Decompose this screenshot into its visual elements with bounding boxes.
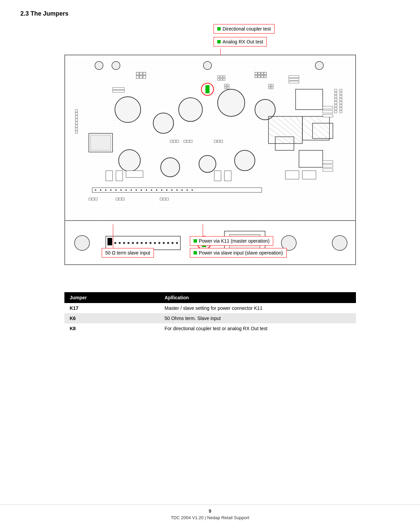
table-row: K8 For directional coupler test or analo… — [64, 323, 356, 334]
tooltip-line-2 — [113, 224, 114, 248]
svg-point-102 — [136, 189, 137, 191]
svg-rect-41 — [255, 72, 257, 75]
svg-rect-44 — [264, 72, 266, 75]
tooltip-dot-1 — [217, 27, 221, 31]
svg-point-109 — [171, 189, 173, 191]
svg-rect-64 — [335, 101, 337, 104]
svg-rect-128 — [271, 87, 273, 89]
tooltip-dot-3 — [194, 239, 197, 243]
tooltip-50-ohm: 50 Ω term slave input — [102, 248, 154, 258]
svg-point-113 — [192, 189, 193, 191]
svg-rect-55 — [113, 88, 124, 90]
svg-rect-141 — [119, 198, 121, 200]
svg-rect-85 — [173, 140, 176, 143]
svg-point-103 — [141, 189, 142, 191]
svg-point-155 — [123, 242, 125, 244]
svg-rect-73 — [340, 105, 342, 107]
svg-point-111 — [181, 189, 183, 191]
app-k8: For directional coupler test or analog R… — [159, 323, 356, 334]
svg-point-2 — [153, 113, 174, 133]
svg-point-163 — [158, 242, 160, 244]
svg-rect-172 — [107, 238, 112, 245]
svg-point-159 — [141, 242, 143, 244]
svg-point-10 — [95, 61, 103, 70]
tooltip-line-1 — [220, 49, 221, 55]
svg-rect-46 — [258, 75, 260, 78]
svg-point-105 — [151, 189, 152, 191]
table-header-row: Jumper Apllication — [64, 292, 356, 303]
svg-rect-116 — [126, 171, 143, 177]
svg-rect-19 — [313, 123, 333, 138]
jumper-k17: K17 — [64, 303, 159, 313]
svg-point-98 — [115, 189, 117, 191]
svg-rect-38 — [136, 76, 139, 78]
svg-point-7 — [161, 158, 180, 177]
svg-point-156 — [127, 242, 129, 244]
tooltip-text-3: 50 Ω term slave input — [105, 250, 151, 256]
svg-rect-120 — [302, 171, 316, 179]
svg-rect-92 — [220, 140, 223, 143]
page-container: 2.3 The Jumpers — [0, 0, 420, 354]
tooltip-analog-rx: Analog RX Out test — [214, 37, 267, 46]
table-row: K17 Master / slave setting for power con… — [64, 303, 356, 313]
svg-rect-61 — [335, 92, 337, 95]
svg-rect-36 — [140, 72, 142, 75]
svg-rect-82 — [75, 128, 78, 130]
svg-rect-16 — [296, 89, 323, 110]
svg-point-96 — [105, 189, 106, 191]
diagram-area: Directional coupler test Analog RX Out t… — [64, 24, 356, 334]
svg-rect-91 — [217, 140, 220, 143]
jumper-table: Jumper Apllication K17 Master / slave se… — [64, 292, 356, 334]
col-application: Apllication — [159, 292, 356, 303]
svg-rect-56 — [113, 90, 124, 92]
svg-rect-121 — [224, 84, 226, 86]
svg-rect-17 — [299, 150, 323, 167]
svg-point-157 — [132, 242, 134, 244]
svg-rect-135 — [323, 165, 333, 167]
svg-rect-81 — [75, 125, 78, 127]
svg-point-104 — [146, 189, 147, 191]
svg-rect-114 — [106, 171, 113, 181]
svg-rect-42 — [258, 72, 260, 75]
section-title: 2.3 The Jumpers — [20, 10, 400, 17]
pcb-board — [64, 55, 356, 221]
tooltip-text-1: Directional coupler test — [223, 26, 271, 32]
company-text: TDC 2004 V1.20 | Nedap Retail Support — [171, 515, 249, 520]
svg-rect-75 — [340, 111, 342, 113]
svg-rect-54 — [223, 78, 225, 80]
tooltip-directional-coupler: Directional coupler test — [214, 24, 275, 34]
svg-rect-49 — [218, 76, 220, 78]
svg-rect-117 — [214, 171, 221, 181]
svg-rect-68 — [340, 89, 342, 92]
tooltip-dot-2 — [217, 40, 221, 43]
svg-rect-126 — [271, 84, 273, 86]
svg-rect-35 — [136, 72, 139, 75]
tooltip-text-2: Analog RX Out test — [223, 39, 263, 44]
svg-rect-77 — [75, 113, 78, 115]
svg-point-5 — [255, 99, 275, 120]
svg-point-95 — [100, 189, 101, 191]
svg-point-4 — [218, 89, 245, 116]
svg-point-8 — [199, 155, 216, 172]
svg-point-12 — [203, 61, 212, 70]
svg-rect-40 — [143, 76, 146, 78]
svg-rect-78 — [75, 116, 78, 118]
svg-point-160 — [145, 242, 147, 244]
svg-rect-70 — [340, 95, 342, 98]
svg-rect-63 — [335, 98, 337, 101]
svg-rect-80 — [75, 122, 78, 124]
svg-point-106 — [156, 189, 157, 191]
svg-point-161 — [149, 242, 152, 244]
svg-rect-15 — [91, 135, 111, 150]
svg-rect-130 — [205, 85, 209, 93]
tooltip-dot-4 — [194, 251, 197, 255]
svg-rect-142 — [122, 198, 124, 200]
svg-rect-131 — [323, 106, 333, 109]
svg-point-112 — [186, 189, 188, 191]
jumper-k8: K8 — [64, 323, 159, 334]
svg-point-99 — [120, 189, 122, 191]
svg-rect-67 — [335, 111, 337, 113]
svg-point-154 — [119, 242, 121, 244]
svg-rect-84 — [170, 140, 173, 143]
svg-rect-87 — [184, 140, 186, 143]
